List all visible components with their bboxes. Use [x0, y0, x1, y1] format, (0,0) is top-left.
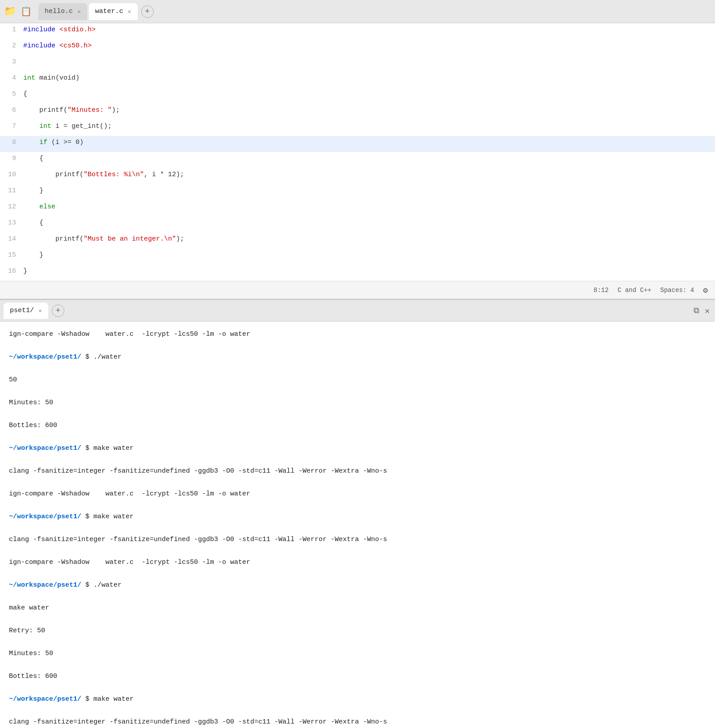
line-content-12: else: [23, 200, 715, 216]
code-line-4: 4 int main(void): [0, 72, 715, 88]
code-line-13: 13 {: [0, 216, 715, 233]
terminal-line-14: Retry: 50: [9, 625, 706, 637]
line-number-7: 7: [0, 120, 23, 136]
terminal-line-10: clang -fsanitize=integer -fsanitize=unde…: [9, 534, 706, 546]
terminal-line-1: ign-compare -Wshadow water.c -lcrypt -lc…: [9, 329, 706, 340]
tab-hello-c[interactable]: hello.c ✕: [38, 3, 87, 20]
code-line-11: 11 }: [0, 184, 715, 200]
line-content-2: #include <cs50.h>: [23, 39, 715, 55]
line-content-4: int main(void): [23, 72, 715, 88]
code-line-15: 15 }: [0, 249, 715, 265]
code-line-5: 5 {: [0, 88, 715, 104]
line-number-2: 2: [0, 39, 23, 55]
terminal-line-13: make water: [9, 602, 706, 614]
line-content-9: {: [23, 152, 715, 168]
line-number-12: 12: [0, 200, 23, 216]
line-content-11: }: [23, 184, 715, 200]
terminal-line-11: ign-compare -Wshadow water.c -lcrypt -lc…: [9, 557, 706, 568]
tab-water-c-close[interactable]: ✕: [128, 8, 131, 15]
settings-icon[interactable]: ⚙: [703, 285, 708, 295]
tab-hello-c-close[interactable]: ✕: [77, 8, 81, 15]
folder-icon[interactable]: 📁: [4, 5, 16, 18]
terminal-tab-pset1[interactable]: pset1/ ✕: [4, 303, 48, 319]
code-lines: 1 #include <stdio.h> 2 #include <cs50.h>…: [0, 23, 715, 281]
line-content-6: printf("Minutes: ");: [23, 104, 715, 120]
terminal-line-2: ~/workspace/pset1/ $ ./water: [9, 351, 706, 363]
line-number-6: 6: [0, 104, 23, 120]
new-tab-button[interactable]: +: [141, 5, 154, 18]
line-number-8: 8: [0, 136, 23, 152]
file-icon[interactable]: 📋: [20, 5, 32, 18]
terminal-content[interactable]: ign-compare -Wshadow water.c -lcrypt -lc…: [0, 322, 715, 728]
terminal-line-7: clang -fsanitize=integer -fsanitize=unde…: [9, 466, 706, 477]
terminal-line-18: clang -fsanitize=integer -fsanitize=unde…: [9, 716, 706, 728]
line-content-15: }: [23, 249, 715, 265]
maximize-icon[interactable]: ⧉: [694, 306, 699, 315]
code-line-16: 16 }: [0, 265, 715, 281]
terminal-controls: ⧉ ✕: [694, 306, 710, 316]
terminal-line-16: Bottles: 600: [9, 671, 706, 682]
terminal-tab-label: pset1/: [10, 307, 34, 314]
code-line-12: 12 else: [0, 200, 715, 216]
line-content-10: printf("Bottles: %i\n", i * 12);: [23, 168, 715, 184]
line-number-16: 16: [0, 265, 23, 281]
line-content-13: {: [23, 216, 715, 233]
terminal-line-4: Minutes: 50: [9, 397, 706, 409]
tab-hello-c-label: hello.c: [45, 8, 73, 15]
close-terminal-icon[interactable]: ✕: [705, 306, 710, 316]
line-content-7: int i = get_int();: [23, 120, 715, 136]
line-content-16: }: [23, 265, 715, 281]
code-line-9: 9 {: [0, 152, 715, 168]
line-content-3: [23, 55, 715, 72]
code-line-8: 8 if (i >= 0): [0, 136, 715, 152]
terminal-line-3: 50: [9, 374, 706, 386]
line-content-8: if (i >= 0): [23, 136, 715, 152]
code-line-1: 1 #include <stdio.h>: [0, 23, 715, 39]
code-line-6: 6 printf("Minutes: ");: [0, 104, 715, 120]
terminal-section: pset1/ ✕ + ⧉ ✕ ign-compare -Wshadow wate…: [0, 299, 715, 728]
terminal-line-17: ~/workspace/pset1/ $ make water: [9, 694, 706, 705]
code-line-3: 3: [0, 55, 715, 72]
terminal-tab-close[interactable]: ✕: [38, 307, 42, 314]
code-editor: 1 #include <stdio.h> 2 #include <cs50.h>…: [0, 23, 715, 281]
line-content-14: printf("Must be an integer.\n");: [23, 233, 715, 249]
status-bar: 8:12 C and C++ Spaces: 4 ⚙: [0, 281, 715, 299]
line-number-10: 10: [0, 168, 23, 184]
language-indicator: C and C++: [618, 287, 652, 294]
terminal-line-5: Bottles: 600: [9, 420, 706, 432]
toolbar-icons: 📁 📋: [4, 5, 32, 18]
tab-water-c[interactable]: water.c ✕: [89, 3, 138, 20]
terminal-line-8: ign-compare -Wshadow water.c -lcrypt -lc…: [9, 488, 706, 500]
terminal-tab-bar: pset1/ ✕ + ⧉ ✕: [0, 300, 715, 322]
line-number-13: 13: [0, 216, 23, 233]
code-line-14: 14 printf("Must be an integer.\n");: [0, 233, 715, 249]
line-number-11: 11: [0, 184, 23, 200]
code-line-2: 2 #include <cs50.h>: [0, 39, 715, 55]
line-number-14: 14: [0, 233, 23, 249]
editor-section: 📁 📋 hello.c ✕ water.c ✕ + 1 #include <st…: [0, 0, 715, 299]
line-number-1: 1: [0, 23, 23, 39]
line-number-15: 15: [0, 249, 23, 265]
editor-tab-bar: 📁 📋 hello.c ✕ water.c ✕ +: [0, 0, 715, 23]
line-content-1: #include <stdio.h>: [23, 23, 715, 39]
cursor-position: 8:12: [593, 287, 609, 294]
terminal-line-6: ~/workspace/pset1/ $ make water: [9, 443, 706, 454]
terminal-new-tab-button[interactable]: +: [52, 305, 64, 317]
line-number-3: 3: [0, 55, 23, 72]
code-line-7: 7 int i = get_int();: [0, 120, 715, 136]
line-number-4: 4: [0, 72, 23, 88]
line-number-5: 5: [0, 88, 23, 104]
tab-water-c-label: water.c: [95, 8, 123, 15]
terminal-line-9: ~/workspace/pset1/ $ make water: [9, 511, 706, 523]
terminal-line-15: Minutes: 50: [9, 648, 706, 660]
line-number-9: 9: [0, 152, 23, 168]
line-content-5: {: [23, 88, 715, 104]
spaces-indicator: Spaces: 4: [660, 287, 694, 294]
terminal-line-12: ~/workspace/pset1/ $ ./water: [9, 580, 706, 591]
code-line-10: 10 printf("Bottles: %i\n", i * 12);: [0, 168, 715, 184]
